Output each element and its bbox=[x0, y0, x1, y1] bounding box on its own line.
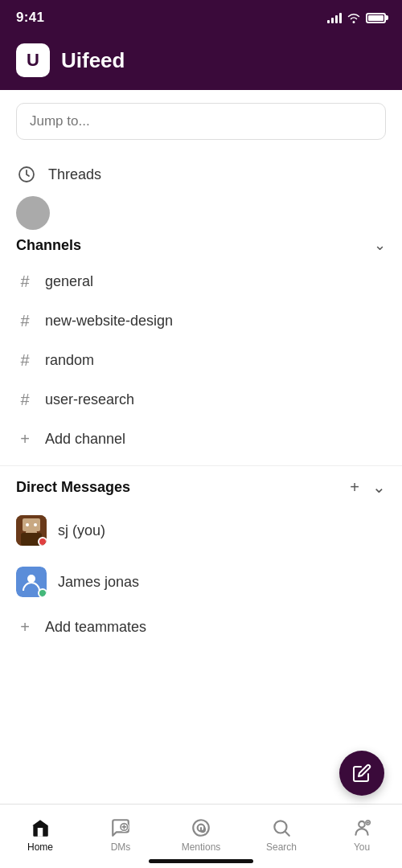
nav-label-dms: DMs bbox=[111, 841, 131, 853]
svg-point-12 bbox=[274, 821, 286, 833]
threads-label: Threads bbox=[48, 166, 101, 183]
channel-item-random[interactable]: # random bbox=[0, 341, 402, 380]
add-channel-label: Add channel bbox=[45, 431, 125, 448]
channel-name: user-research bbox=[45, 391, 134, 408]
threads-row[interactable]: Threads bbox=[0, 153, 402, 196]
nav-item-dms[interactable]: DMs bbox=[80, 805, 161, 858]
nav-item-home[interactable]: Home bbox=[0, 805, 80, 858]
status-bar: 9:41 bbox=[0, 0, 402, 35]
dm-avatar-sj bbox=[16, 515, 47, 546]
dm-status-dot-online bbox=[38, 588, 47, 597]
dm-section-actions: + ⌄ bbox=[350, 477, 386, 497]
channel-name: general bbox=[45, 273, 93, 290]
threads-icon bbox=[16, 164, 37, 185]
avatar-bubble bbox=[16, 196, 50, 230]
dm-name-sj: sj (you) bbox=[58, 522, 105, 539]
nav-label-home: Home bbox=[27, 841, 53, 853]
nav-label-you: You bbox=[354, 841, 370, 853]
channel-item-user-research[interactable]: # user-research bbox=[0, 380, 402, 420]
dm-status-dot-dnd bbox=[38, 537, 47, 546]
wifi-icon bbox=[347, 12, 361, 23]
dm-chevron-icon[interactable]: ⌄ bbox=[372, 477, 386, 497]
svg-point-13 bbox=[359, 821, 365, 827]
svg-point-5 bbox=[26, 523, 29, 526]
nav-label-mentions: Mentions bbox=[182, 841, 221, 853]
dm-item-sj[interactable]: sj (you) bbox=[0, 505, 402, 556]
channel-name: random bbox=[45, 352, 94, 369]
svg-point-6 bbox=[34, 523, 37, 526]
svg-point-7 bbox=[27, 575, 35, 583]
app-logo: U bbox=[16, 43, 50, 77]
dm-add-icon[interactable]: + bbox=[350, 478, 359, 497]
add-teammates-label: Add teammates bbox=[45, 619, 146, 636]
hash-icon: # bbox=[16, 312, 34, 330]
nav-item-mentions[interactable]: Mentions bbox=[161, 805, 241, 858]
dm-avatar-james bbox=[16, 567, 47, 597]
dm-section-header: Direct Messages + ⌄ bbox=[0, 473, 402, 505]
dm-item-james[interactable]: James jonas bbox=[0, 556, 402, 608]
compose-fab[interactable] bbox=[339, 751, 384, 796]
add-teammates-item[interactable]: + Add teammates bbox=[0, 608, 402, 647]
dm-name-james: James jonas bbox=[58, 574, 139, 591]
hash-icon: # bbox=[16, 272, 34, 291]
divider bbox=[0, 465, 402, 466]
svg-rect-2 bbox=[23, 518, 40, 531]
dms-icon bbox=[110, 817, 131, 838]
home-icon bbox=[30, 817, 51, 838]
nav-label-search: Search bbox=[266, 841, 297, 853]
nav-item-you[interactable]: You bbox=[322, 805, 402, 858]
add-teammates-icon: + bbox=[16, 618, 34, 637]
home-indicator bbox=[149, 859, 253, 863]
hash-icon: # bbox=[16, 391, 34, 409]
channels-chevron-icon[interactable]: ⌄ bbox=[374, 236, 386, 254]
compose-icon bbox=[352, 764, 371, 783]
search-bar-container bbox=[0, 90, 402, 153]
mentions-icon bbox=[191, 817, 211, 838]
channels-section-header: Channels ⌄ bbox=[0, 231, 402, 262]
status-time: 9:41 bbox=[16, 10, 44, 26]
app-header: U Uifeed bbox=[0, 35, 402, 90]
bottom-nav: Home DMs Mentions Search bbox=[0, 804, 402, 868]
status-icons bbox=[327, 12, 386, 23]
nav-item-search[interactable]: Search bbox=[241, 805, 322, 858]
search-nav-icon bbox=[271, 817, 292, 838]
add-channel-item[interactable]: + Add channel bbox=[0, 420, 402, 459]
hash-icon: # bbox=[16, 351, 34, 370]
jump-to-input[interactable] bbox=[16, 103, 386, 140]
add-channel-icon: + bbox=[16, 430, 34, 448]
signal-icon bbox=[327, 12, 342, 23]
channels-title: Channels bbox=[16, 237, 81, 254]
app-title: Uifeed bbox=[61, 48, 125, 73]
channel-item-new-website-design[interactable]: # new-website-design bbox=[0, 301, 402, 341]
dm-title: Direct Messages bbox=[16, 479, 130, 496]
channel-item-general[interactable]: # general bbox=[0, 262, 402, 301]
you-icon bbox=[351, 817, 372, 838]
battery-icon bbox=[366, 13, 386, 23]
channel-name: new-website-design bbox=[45, 313, 173, 330]
main-content: Threads Channels ⌄ # general # new-websi… bbox=[0, 90, 402, 711]
